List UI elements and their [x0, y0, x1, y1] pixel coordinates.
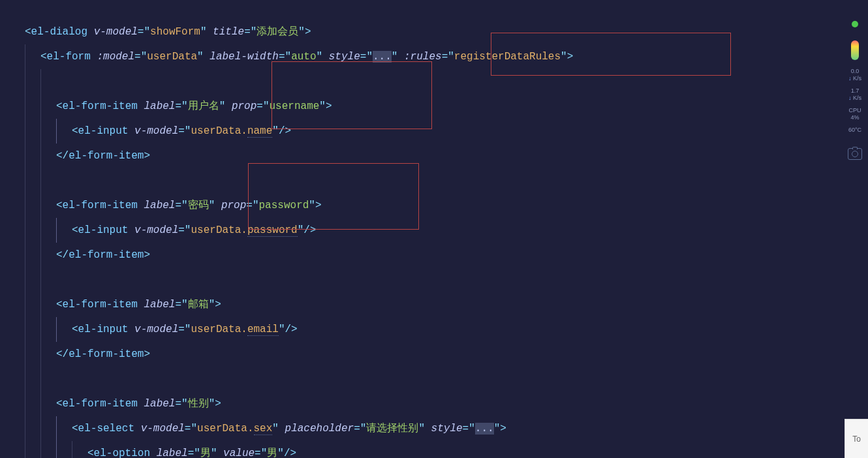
- code-line[interactable]: <el-form :model="userData" label-width="…: [25, 44, 868, 69]
- tag-name: el-form-item: [63, 200, 138, 211]
- attr: :model: [97, 51, 134, 63]
- tag-name: el-form-item: [63, 398, 138, 410]
- code-line[interactable]: [25, 69, 868, 94]
- code-line[interactable]: [25, 367, 868, 391]
- attr: :rules: [404, 51, 442, 63]
- code-line[interactable]: <el-form-item label="用户名" prop="username…: [25, 94, 868, 119]
- code-line[interactable]: <el-input v-model="userData.email"/>: [25, 317, 868, 342]
- attr-value: 性别: [188, 398, 209, 410]
- code-line[interactable]: <el-input v-model="userData.password"/>: [25, 218, 868, 243]
- attr: style: [329, 51, 360, 63]
- tag-name: el-option: [94, 448, 150, 458]
- attr: label: [144, 200, 175, 211]
- code-line[interactable]: </el-form-item>: [25, 342, 868, 367]
- code-line[interactable]: [25, 267, 868, 292]
- tag-name: el-form: [47, 51, 91, 63]
- attr: prop: [232, 100, 256, 112]
- code-line[interactable]: [25, 168, 868, 193]
- attr-value: password: [247, 224, 298, 237]
- tag-name: el-select: [78, 423, 134, 435]
- tag-name: el-dialog: [31, 26, 87, 38]
- attr: title: [213, 26, 244, 38]
- attr-value: 用户名: [188, 100, 219, 112]
- attr-value: userData.: [191, 224, 247, 236]
- scroll-label: To: [852, 435, 861, 444]
- usage-meter-icon: [851, 40, 859, 60]
- tag-name: el-form-item: [69, 249, 144, 261]
- folded-content[interactable]: ...: [475, 423, 494, 435]
- attr: label: [157, 448, 188, 458]
- system-monitor-sidebar: 0.0 ↓ K/s 1.7 ↓ K/s CPU 4% 60°C: [842, 0, 868, 458]
- code-line[interactable]: <el-form-item label="邮箱">: [25, 292, 868, 317]
- attr-value: email: [247, 324, 279, 336]
- attr-value: 请选择性别: [366, 423, 418, 435]
- cpu-stat: CPU 4%: [848, 107, 861, 121]
- code-editor[interactable]: <el-dialog v-model="showForm" title="添加会…: [0, 0, 868, 458]
- tag-name: el-form-item: [69, 150, 144, 162]
- attr-value: userData.: [191, 125, 247, 137]
- tag-name: el-input: [78, 224, 129, 236]
- attr-value: userData: [147, 51, 197, 63]
- code-line[interactable]: <el-select v-model="userData.sex" placeh…: [25, 416, 868, 441]
- attr-value: auto: [291, 51, 316, 63]
- attr: v-model: [94, 26, 138, 38]
- attr-value: password: [259, 200, 309, 211]
- tag-name: el-form-item: [63, 100, 138, 112]
- folded-content[interactable]: ...: [373, 51, 392, 63]
- attr: v-model: [141, 423, 185, 435]
- attr-value: 添加会员: [256, 26, 298, 38]
- attr-value: 男: [267, 448, 277, 458]
- tag-name: el-input: [78, 125, 129, 137]
- attr-value: 邮箱: [188, 299, 209, 311]
- attr-value: sex: [254, 423, 273, 435]
- code-line[interactable]: <el-form-item label="密码" prop="password"…: [25, 193, 868, 218]
- tag-name: el-form-item: [69, 348, 144, 360]
- code-line[interactable]: </el-form-item>: [25, 144, 868, 168]
- attr: placeholder: [285, 423, 354, 435]
- attr: value: [223, 448, 255, 458]
- attr-value: 密码: [188, 200, 209, 211]
- code-line[interactable]: </el-form-item>: [25, 243, 868, 267]
- attr: v-model: [134, 224, 178, 236]
- net-down-stat: 0.0 ↓ K/s: [848, 68, 861, 82]
- attr: v-model: [134, 125, 178, 137]
- attr-value: username: [270, 100, 320, 112]
- attr: v-model: [134, 324, 178, 335]
- attr-value: showForm: [150, 26, 200, 38]
- attr: label-width: [209, 51, 279, 63]
- attr: label: [144, 299, 175, 311]
- status-indicator-icon: [852, 21, 858, 27]
- tag-name: el-input: [78, 324, 129, 335]
- attr: prop: [221, 200, 246, 211]
- attr-value: userData.: [197, 423, 253, 435]
- attr-value: 男: [200, 448, 211, 458]
- attr: style: [431, 423, 463, 435]
- tag-name: el-form-item: [63, 299, 138, 311]
- net-up-stat: 1.7 ↓ K/s: [848, 87, 861, 102]
- attr: label: [144, 100, 175, 112]
- temp-stat: 60°C: [848, 127, 861, 134]
- code-line[interactable]: <el-option label="男" value="男"/>: [25, 441, 868, 458]
- code-line[interactable]: <el-dialog v-model="showForm" title="添加会…: [25, 20, 868, 44]
- attr-value: name: [247, 125, 272, 138]
- attr: label: [144, 398, 175, 410]
- screenshot-icon[interactable]: [848, 148, 862, 160]
- attr-value: userData.: [191, 324, 247, 335]
- attr-value: registerDataRules: [454, 51, 561, 63]
- code-line[interactable]: <el-input v-model="userData.name"/>: [25, 119, 868, 144]
- code-line[interactable]: <el-form-item label="性别">: [25, 391, 868, 416]
- scroll-corner[interactable]: To: [845, 419, 868, 458]
